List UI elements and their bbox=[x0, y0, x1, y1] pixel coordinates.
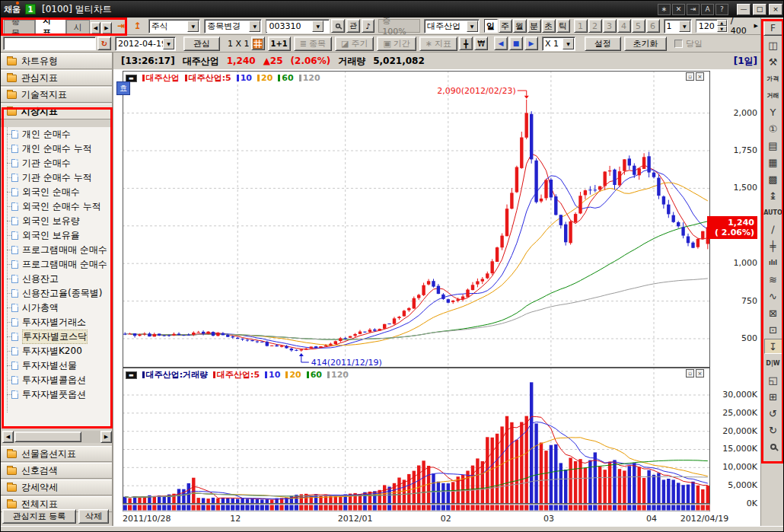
legend-collapse-icon[interactable]: ▬ bbox=[126, 371, 137, 379]
tree-item-신용잔고율(종목별)[interactable]: 신용잔고율(종목별) bbox=[1, 286, 112, 301]
tree-item-투자자별코스닥[interactable]: 투자자별코스닥 bbox=[1, 330, 112, 344]
pane-close-icon[interactable]: × bbox=[696, 72, 704, 81]
quick-search-input[interactable] bbox=[3, 37, 96, 50]
volume-indicator-icon[interactable]: 거래 bbox=[764, 88, 782, 103]
chevron-down-icon[interactable]: ▼ bbox=[312, 21, 323, 32]
settings-button[interactable]: 설정 bbox=[585, 37, 621, 51]
tree-item-시가총액[interactable]: 시가총액 bbox=[1, 301, 112, 315]
indicator-button[interactable]: ∗지표 bbox=[419, 37, 457, 51]
pane-maximize-icon[interactable]: ▫ bbox=[686, 72, 694, 81]
minute-button-2[interactable]: 2 bbox=[588, 19, 602, 33]
chart-tool-button[interactable]: 효 bbox=[116, 81, 130, 95]
tree-item-투자자별선물[interactable]: 투자자별선물 bbox=[1, 358, 112, 373]
folder-관심지표[interactable]: 관심지표 bbox=[1, 70, 112, 86]
collapse-panel-icon[interactable]: ↥ bbox=[130, 19, 145, 33]
tree-item-외국인 순매수 누적[interactable]: 외국인 순매수 누적 bbox=[1, 199, 112, 214]
period-button-일[interactable]: 일 bbox=[484, 19, 498, 33]
reset-button[interactable]: 초기화 bbox=[624, 37, 667, 51]
volume-bars-icon[interactable]: ılıl bbox=[764, 255, 782, 270]
stock-analysis-icon[interactable]: Υ bbox=[764, 104, 782, 119]
candle-count-input[interactable] bbox=[696, 21, 716, 32]
volume-pane[interactable] bbox=[123, 368, 710, 504]
dw-compare-icon[interactable]: D|W bbox=[764, 355, 782, 371]
pane-maximize-icon[interactable]: ▫ bbox=[686, 369, 694, 377]
export-image-icon[interactable]: ⊞ bbox=[764, 389, 782, 404]
minute-button-1[interactable]: 1 bbox=[574, 19, 588, 33]
tree-item-신용잔고[interactable]: 신용잔고 bbox=[1, 272, 112, 286]
interest-button[interactable]: 관심 bbox=[183, 37, 220, 51]
period-button-틱[interactable]: 틱 bbox=[556, 19, 570, 33]
minute-button-5[interactable]: 5 bbox=[632, 19, 645, 33]
tree-item-기관 순매수[interactable]: 기관 순매수 bbox=[1, 156, 112, 170]
workspace-badge[interactable]: 1 bbox=[25, 4, 36, 14]
chevron-down-icon[interactable]: ▼ bbox=[163, 38, 174, 49]
folder-기술적지표[interactable]: 기술적지표 bbox=[1, 87, 112, 103]
tree-item-프로그램매매 순매수 누적[interactable]: 프로그램매매 순매수 누적 bbox=[1, 257, 112, 272]
zoom-analysis-icon[interactable]: ≋ bbox=[764, 272, 782, 287]
tree-item-외국인 보유율[interactable]: 외국인 보유율 bbox=[1, 228, 112, 243]
count-stepper[interactable]: ▲▼ bbox=[717, 20, 727, 32]
period-button-분[interactable]: 분 bbox=[527, 19, 541, 33]
minute-button-6[interactable]: 6 bbox=[646, 19, 660, 33]
register-interest-button[interactable]: 관심지표 등록 bbox=[2, 509, 76, 524]
minute-button-4[interactable]: 4 bbox=[617, 19, 631, 33]
pane-close-icon[interactable]: × bbox=[696, 369, 704, 377]
chevron-down-icon[interactable]: ▼ bbox=[679, 21, 690, 32]
grid-layout-icon[interactable] bbox=[251, 37, 265, 50]
search-icon[interactable] bbox=[331, 19, 345, 33]
cycle-button[interactable]: ◪주기 bbox=[335, 37, 374, 51]
scrollbar-thumb[interactable] bbox=[14, 432, 81, 442]
doc-search-icon[interactable]: ▦ bbox=[764, 155, 782, 170]
market-select[interactable]: 주식▼ bbox=[148, 19, 200, 33]
chevron-down-icon[interactable]: ▼ bbox=[187, 21, 199, 32]
interest-stock-button[interactable]: 관 bbox=[346, 19, 360, 33]
today-checkbox[interactable] bbox=[674, 40, 683, 48]
hotkey-icon[interactable]: A bbox=[701, 4, 714, 15]
scrollbar-right-arrow[interactable]: ▶ bbox=[100, 431, 112, 443]
sidebar-scrollbar[interactable]: ◀ ▶ bbox=[2, 431, 112, 443]
chevron-down-icon[interactable]: ▼ bbox=[467, 21, 478, 32]
folder-신호검색[interactable]: 신호검색 bbox=[1, 463, 112, 479]
line-chart-icon[interactable]: ∿ bbox=[764, 288, 782, 304]
tree-item-투자자별거래소[interactable]: 투자자별거래소 bbox=[1, 315, 112, 330]
tab-3[interactable]: 시 bbox=[66, 20, 90, 34]
folder-market-indicators[interactable]: 시장지표 bbox=[1, 104, 112, 119]
minute-button-3[interactable]: 3 bbox=[603, 19, 617, 33]
chart-type-button[interactable]: F bbox=[763, 20, 783, 36]
stop-button[interactable]: ■ bbox=[509, 37, 523, 50]
chart-area[interactable]: 효 ▬대주산업대주산업:5102060120 ▬대주산업:거래량대주산업:510… bbox=[113, 69, 760, 526]
close-all-icon[interactable]: ✕ bbox=[672, 4, 685, 15]
save-chart-icon[interactable]: ↧ bbox=[764, 339, 782, 354]
period-button-초[interactable]: 초 bbox=[542, 19, 556, 33]
folder-선물옵션지표[interactable]: 선물옵션지표 bbox=[1, 446, 112, 462]
tab-2[interactable]: 지표 bbox=[35, 18, 66, 34]
tree-item-개인 순매수[interactable]: 개인 순매수 bbox=[1, 127, 112, 142]
unit-select[interactable]: 1▼ bbox=[664, 19, 692, 33]
delete-button[interactable]: 삭제 bbox=[78, 509, 109, 524]
auto-trendline-icon[interactable]: AUTO bbox=[764, 205, 782, 220]
jump-icon[interactable]: ⇥ bbox=[114, 19, 129, 33]
refresh-icon[interactable]: ↻ bbox=[97, 37, 111, 50]
won-price-icon[interactable]: ₩ bbox=[474, 37, 488, 50]
zoom-select[interactable]: X 1▼ bbox=[542, 37, 575, 51]
chevron-down-icon[interactable]: ▼ bbox=[249, 21, 260, 32]
circled-one-icon[interactable]: ① bbox=[764, 121, 782, 136]
price-pane[interactable]: 2,090(2012/02/23)414(2011/12/19) bbox=[123, 71, 710, 368]
code-input[interactable] bbox=[266, 21, 312, 32]
period-button-월[interactable]: 월 bbox=[513, 19, 527, 33]
date-select[interactable]: 2012-04-19▼ bbox=[115, 37, 176, 51]
folder-강세약세[interactable]: 강세약세 bbox=[1, 479, 112, 495]
code-combo[interactable]: ▼ bbox=[266, 19, 330, 33]
pin-icon[interactable]: ∗ bbox=[658, 4, 671, 15]
tree-item-투자자별풋옵션[interactable]: 투자자별풋옵션 bbox=[1, 387, 112, 402]
tab-scroll-right-icon[interactable]: ▶ bbox=[101, 22, 111, 34]
legend-collapse-icon[interactable]: ▬ bbox=[126, 75, 137, 82]
range-button[interactable]: ▣기간 bbox=[377, 37, 416, 51]
trendline-icon[interactable]: ∕ bbox=[764, 221, 782, 237]
tree-item-프로그램매매 순매수[interactable]: 프로그램매매 순매수 bbox=[1, 243, 112, 257]
speaker-icon[interactable]: ♪ bbox=[362, 19, 375, 33]
scrollbar-left-arrow[interactable]: ◀ bbox=[2, 431, 14, 443]
maximize-button[interactable]: □ bbox=[753, 4, 766, 15]
tree-item-개인 순매수 누적[interactable]: 개인 순매수 누적 bbox=[1, 142, 112, 156]
expand-count-icon[interactable]: ▶ bbox=[751, 23, 760, 29]
